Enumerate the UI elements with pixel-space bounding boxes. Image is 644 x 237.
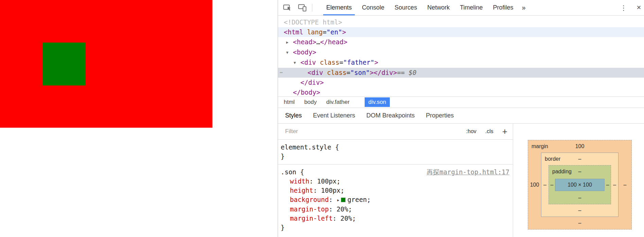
margin-left-value[interactable]: 100 [528, 182, 541, 188]
father-div [0, 0, 212, 128]
kebab-menu-icon[interactable]: ⋮ [620, 4, 627, 12]
element-style-close-line: } [281, 152, 510, 161]
border-top-row: border – [541, 153, 618, 165]
device-toolbar-glyph [298, 4, 307, 12]
border-mid-row: – padding – – 100 × 100 – [541, 165, 618, 204]
element-style-selector-line[interactable]: element.style { [281, 143, 510, 152]
padding-bottom-value[interactable]: – [549, 192, 611, 204]
tab-styles[interactable]: Styles [285, 112, 302, 119]
new-style-rule-button[interactable]: + [502, 127, 507, 136]
css-property-height[interactable]: height: 100px; [281, 186, 510, 195]
toggle-class-button[interactable]: .cls [485, 128, 493, 135]
property-value: 100px [321, 187, 341, 194]
color-swatch[interactable] [341, 198, 346, 202]
ellipsis-gutter-icon[interactable]: ⋯ [280, 68, 283, 78]
margin-top-value[interactable]: 100 [575, 143, 585, 149]
html-open: <html [284, 28, 307, 36]
margin-top-row: margin 100 [528, 140, 631, 153]
border-bottom-value[interactable]: – [541, 204, 618, 217]
border-top-value[interactable]: – [578, 156, 581, 162]
margin-right-value[interactable]: – [619, 182, 631, 188]
colon: : [333, 215, 341, 222]
padding-mid-row: – 100 × 100 – [549, 178, 611, 192]
tree-node-close-body[interactable]: </body> [278, 88, 644, 96]
semicolon: ; [336, 177, 340, 185]
son-attr-name: class [327, 69, 346, 76]
css-property-width[interactable]: width: 100px; [281, 177, 510, 186]
tree-node-close-div[interactable]: </div> [278, 78, 644, 88]
head-close: </head> [320, 38, 347, 46]
screenshot-root: Elements Console Sources Network Timelin… [0, 0, 644, 237]
breadcrumb-item-div-father[interactable]: div.father [326, 99, 350, 106]
margin-mid-row: 100 border – – padding [528, 153, 631, 217]
tab-overflow-chevron[interactable]: » [519, 0, 529, 15]
padding-top-value[interactable]: – [578, 169, 581, 174]
tab-event-listeners[interactable]: Event Listeners [313, 112, 355, 119]
stylesheet-source-link[interactable]: 再探margin-top.html:17 [427, 168, 509, 177]
box-model-border[interactable]: border – – padding – [541, 153, 619, 217]
padding-label: padding [552, 165, 572, 178]
brace-open: { [331, 143, 339, 151]
devtools-toolbar: Elements Console Sources Network Timelin… [278, 0, 644, 16]
tab-elements[interactable]: Elements [321, 0, 357, 15]
margin-bottom-value[interactable]: – [528, 217, 631, 229]
tab-network[interactable]: Network [422, 0, 455, 15]
shorthand-expand-arrow-icon[interactable]: ▶ [337, 198, 339, 202]
father-attr-value: "father" [343, 59, 375, 66]
son-attr-value: "son" [350, 69, 370, 76]
tab-properties[interactable]: Properties [426, 112, 454, 119]
elements-tree: <!DOCTYPE html> <html lang="en"> ▶<head>… [278, 16, 644, 96]
border-left-value[interactable]: – [541, 182, 549, 188]
box-model-padding[interactable]: padding – – 100 × 100 – – [549, 165, 611, 204]
filter-controls: :hov .cls + [466, 127, 507, 136]
son-rule-close-line: } [281, 223, 510, 232]
breadcrumb-item-html[interactable]: html [284, 99, 295, 106]
tree-node-head[interactable]: ▶<head>…</head> [278, 37, 644, 47]
tab-dom-breakpoints[interactable]: DOM Breakpoints [366, 112, 415, 119]
border-right-value[interactable]: – [611, 182, 618, 188]
styles-filter-input[interactable]: Filter [285, 128, 466, 135]
css-property-margin-left[interactable]: margin-left: 20%; [281, 214, 510, 223]
son-rule-selector: .son [281, 168, 296, 176]
tab-timeline[interactable]: Timeline [455, 0, 488, 15]
element-style-section: element.style { } [278, 140, 513, 164]
html-attr-name: lang [307, 28, 323, 36]
father-attr-name: class [320, 59, 339, 66]
css-property-background[interactable]: background: ▶green; [281, 195, 510, 205]
property-value: 20% [336, 205, 348, 213]
tree-node-body[interactable]: ▼<body> [278, 47, 644, 58]
padding-right-value[interactable]: – [605, 182, 611, 188]
property-name: margin-top [290, 205, 329, 213]
tree-node-doctype[interactable]: <!DOCTYPE html> [278, 17, 644, 27]
expand-arrow-icon[interactable]: ▶ [286, 37, 293, 47]
html-attr-value: "en" [327, 28, 342, 36]
brace-close: } [281, 224, 284, 231]
semicolon: ; [341, 187, 344, 194]
inspect-element-icon[interactable] [280, 0, 295, 15]
collapse-arrow-icon[interactable]: ▼ [294, 58, 300, 68]
father-open: <div [300, 59, 320, 66]
tab-sources[interactable]: Sources [389, 0, 422, 15]
collapse-arrow-icon[interactable]: ▼ [286, 48, 293, 58]
son-attr-eq: = [346, 69, 350, 76]
head-ellipsis: … [316, 38, 320, 46]
device-toolbar-icon[interactable] [295, 0, 310, 15]
padding-left-value[interactable]: – [549, 182, 555, 188]
tree-node-div-father[interactable]: ▼<div class="father"> [278, 58, 644, 68]
colon: : [309, 177, 317, 185]
toggle-hover-state-button[interactable]: :hov [466, 128, 476, 135]
styles-filter-row: Filter :hov .cls + [278, 124, 513, 140]
colon: : [329, 205, 336, 213]
breadcrumb-item-div-son-selected[interactable]: div.son [365, 97, 390, 107]
tree-node-div-son-selected[interactable]: ⋯<div class="son"></div>== $0 [278, 68, 644, 78]
tab-profiles[interactable]: Profiles [488, 0, 519, 15]
box-model-margin[interactable]: margin 100 100 border – – [528, 140, 632, 230]
property-name: width [290, 177, 309, 185]
close-icon[interactable]: ✕ [637, 4, 641, 11]
tree-node-html[interactable]: <html lang="en"> [278, 27, 644, 37]
breadcrumb-item-body[interactable]: body [304, 99, 317, 106]
box-model-content[interactable]: 100 × 100 [555, 179, 605, 191]
tab-console[interactable]: Console [357, 0, 389, 15]
css-property-margin-top[interactable]: margin-top: 20%; [281, 205, 510, 214]
property-name: height [290, 187, 313, 194]
